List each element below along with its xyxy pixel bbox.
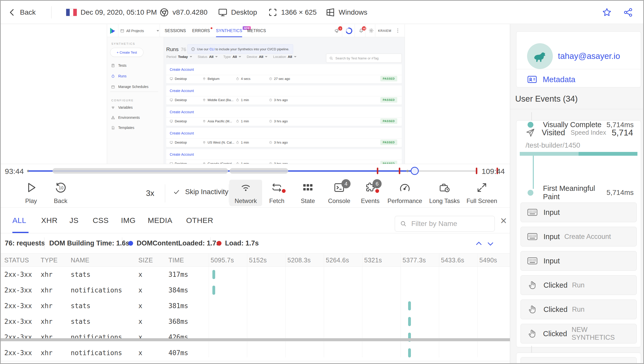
chevron-down-icon[interactable] xyxy=(486,239,495,248)
share-button[interactable] xyxy=(623,1,633,24)
fetch-panel-button[interactable]: Fetch xyxy=(260,180,293,206)
clock-icon xyxy=(269,98,272,102)
console-panel-button[interactable]: 4 Console xyxy=(323,180,356,206)
run-name-link[interactable]: Create Account xyxy=(170,110,194,114)
run-location: US West (N. Cal... xyxy=(203,141,234,144)
network-request-row[interactable]: 2xx-3xx xhr notifications x 426ms xyxy=(1,329,510,345)
request-type: xhr xyxy=(41,271,53,278)
speed-toggle[interactable]: 3x xyxy=(146,189,154,198)
animal-avatar-icon xyxy=(532,48,548,64)
network-panel-button[interactable]: Network xyxy=(229,180,262,206)
filter-dropdown[interactable]: Type All xyxy=(223,55,241,59)
kebab-menu-icon[interactable] xyxy=(395,28,401,33)
long-tasks-panel-button[interactable]: Long Tasks xyxy=(428,180,461,206)
user-event-item[interactable]: Clicked Run xyxy=(521,300,637,319)
app-tab-metrics[interactable]: METRICS xyxy=(247,24,266,37)
sidebar-item-runs[interactable]: Runs xyxy=(111,74,127,78)
close-panel-button[interactable]: × xyxy=(500,215,507,226)
app-tab-sessions[interactable]: SESSIONS xyxy=(165,24,186,37)
filter-dropdown[interactable]: Status All xyxy=(198,55,218,59)
run-name-link[interactable]: Create Account xyxy=(170,67,194,72)
horizontal-scrollbar[interactable] xyxy=(1,338,510,341)
clock-icon xyxy=(269,120,272,123)
user-email[interactable]: tahay@asayer.io xyxy=(558,51,620,61)
net-tab-media[interactable]: MEDIA xyxy=(148,208,172,233)
nav-divider xyxy=(118,24,118,37)
cli-link[interactable]: CLI xyxy=(209,47,214,51)
metric-label: Visually Complete xyxy=(543,121,602,129)
monitor-icon xyxy=(170,77,173,80)
network-filter-input[interactable] xyxy=(395,216,495,232)
back-button[interactable]: Back xyxy=(8,1,36,24)
run-time-ago: 3 hrs ago xyxy=(269,162,288,164)
run-card[interactable]: Create Account Desktop Canada (Central..… xyxy=(166,149,402,164)
create-test-button[interactable]: + Create Test xyxy=(110,48,143,57)
user-event-item[interactable]: Input xyxy=(521,251,637,271)
events-count-badge: 6 xyxy=(373,179,382,188)
inactivity-segment xyxy=(53,168,228,174)
run-card[interactable]: Create Account Desktop Middle East (Ba..… xyxy=(166,85,402,105)
timeline-track[interactable] xyxy=(29,170,478,172)
request-size: x xyxy=(138,286,142,294)
app-tab-synthetics[interactable]: SYNTHETICSNEW xyxy=(216,24,242,37)
net-tab-css[interactable]: CSS xyxy=(93,208,109,233)
user-event-item[interactable]: Input Create Account xyxy=(521,227,637,246)
back-10s-button[interactable]: 10 Back xyxy=(44,180,77,206)
chevron-up-icon[interactable] xyxy=(475,239,483,248)
sidebar-item-manage-schedules[interactable]: Manage Schedules xyxy=(111,85,148,89)
metadata-button[interactable]: Metadata xyxy=(527,75,575,85)
event-marker[interactable] xyxy=(377,168,378,174)
sidebar-item-tests[interactable]: Tests xyxy=(111,63,127,67)
network-request-row[interactable]: 2xx-3xx xhr stats x 381ms xyxy=(1,298,510,314)
skip-inactivity-toggle[interactable]: Skip Inactivity xyxy=(173,188,228,196)
performance-panel-button[interactable]: Performance xyxy=(388,180,421,206)
net-tab-img[interactable]: IMG xyxy=(121,208,136,233)
next-event-card[interactable] xyxy=(516,353,641,363)
timeline-scrubber-knob[interactable] xyxy=(411,167,419,175)
net-tab-other[interactable]: OTHER xyxy=(186,208,213,233)
net-tab-xhr[interactable]: XHR xyxy=(41,208,58,233)
app-user-menu[interactable]: KRAIEM xyxy=(378,24,391,37)
project-selector[interactable]: All Projects xyxy=(120,24,159,37)
full-screen-button[interactable]: Full Screen xyxy=(465,180,498,206)
visited-event-card[interactable]: Visited Speed Index 5,714 /test-builder/… xyxy=(516,120,641,347)
network-request-row[interactable]: 2xx-3xx xhr notifications x 384ms xyxy=(1,282,510,298)
chevron-down-icon xyxy=(265,56,267,57)
filter-dropdown[interactable]: Location All xyxy=(273,55,296,59)
test-search-input[interactable]: Search by Test Name or #Tag xyxy=(326,54,402,63)
sidebar-item-environments[interactable]: Environments xyxy=(111,116,140,120)
sidebar-item-templates[interactable]: Templates xyxy=(111,126,134,130)
event-marker[interactable] xyxy=(399,168,400,174)
run-card[interactable]: Create Account Desktop US West (N. Cal..… xyxy=(166,128,402,147)
run-name-link[interactable]: Create Account xyxy=(170,152,194,156)
run-card[interactable]: Create Account Desktop Belgium xyxy=(166,64,402,83)
app-tab-errors[interactable]: ERRORS xyxy=(192,24,210,37)
variables-icon xyxy=(111,106,115,109)
event-marker[interactable] xyxy=(476,168,477,174)
run-name-link[interactable]: Create Account xyxy=(170,131,194,135)
sidebar-item-variables[interactable]: Variables xyxy=(111,105,133,109)
events-panel-button[interactable]: 6 Events xyxy=(354,180,387,206)
filter-dropdown[interactable]: Device All xyxy=(247,55,268,59)
play-button[interactable]: Play xyxy=(15,180,47,206)
favorite-button[interactable] xyxy=(602,1,612,24)
filter-by-name-field[interactable] xyxy=(411,219,489,228)
user-event-item[interactable]: Clicked NEW SYNTHETICS xyxy=(521,324,637,344)
col-name: NAME xyxy=(71,257,89,264)
user-event-item[interactable]: Clicked Run xyxy=(521,275,637,295)
state-panel-button[interactable]: State xyxy=(291,180,324,206)
filter-dropdown[interactable]: Period Today xyxy=(166,55,192,59)
request-size: x xyxy=(138,349,142,357)
network-request-row[interactable]: 2xx-3xx xhr notifications x 407ms xyxy=(1,345,510,361)
network-request-row[interactable]: 2xx-3xx xhr stats x 317ms xyxy=(1,267,510,282)
settings-gear-icon[interactable] xyxy=(368,28,374,33)
user-event-item[interactable]: Input xyxy=(521,202,637,222)
session-browser: v87.0.4280 xyxy=(159,1,208,24)
net-tab-all[interactable]: ALL xyxy=(12,208,26,233)
run-card[interactable]: Create Account Desktop Asia Pacific (M..… xyxy=(166,107,402,126)
timeline-dot xyxy=(406,170,409,172)
network-request-row[interactable]: 2xx-3xx xhr stats x 368ms xyxy=(1,314,510,329)
device-label: Desktop xyxy=(231,8,257,16)
net-tab-js[interactable]: JS xyxy=(69,208,79,233)
run-name-link[interactable]: Create Account xyxy=(170,89,194,93)
